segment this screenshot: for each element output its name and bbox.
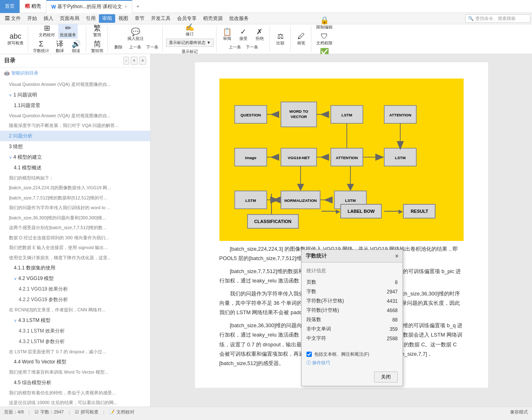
result-box: RESULT <box>403 204 436 219</box>
read-aloud-btn[interactable]: 🔊 朗读 <box>69 39 83 55</box>
reject-label: 拒绝 <box>256 36 264 42</box>
accept-btn[interactable]: ✓ 接受 <box>236 27 251 42</box>
toc-item-29[interactable]: 4.5 综合模型分析 <box>0 377 150 388</box>
tab-home[interactable]: 首页 <box>0 0 20 13</box>
operation-tip[interactable]: 操作技巧 <box>307 360 398 366</box>
review-btn[interactable]: 📋 审阅 <box>220 27 234 42</box>
dialog-close-button[interactable]: 关闭 <box>374 372 398 383</box>
toc-item-0[interactable]: Visual Question Answer (VQA) 是对视觉图像的自... <box>0 79 150 90</box>
dialog-header[interactable]: 字数统计 × <box>302 250 403 262</box>
toc-item-21[interactable]: 4.2.2 VGG19 参数分析 <box>0 294 150 305</box>
toc-item-5[interactable]: 2 问题分析 <box>0 131 150 141</box>
compare-btn[interactable]: ⚖ 比较 <box>273 32 288 47</box>
toc-item-20[interactable]: 4.2.1 VGG19 效果分析 <box>0 284 150 294</box>
toc-item-12[interactable]: 我们的问题作为字符串传入我们训练好的 word to ... <box>0 203 150 213</box>
show-status-dropdown[interactable]: 显示标记的最终状态 ▼ <box>166 39 214 47</box>
next-change-btn[interactable]: 下一条 <box>244 43 260 51</box>
word-count-btn[interactable]: Σ 字数统计 <box>31 39 51 55</box>
toc-item-13[interactable]: [batch_size,36,300]维的问题向量和[300,300]维... <box>0 213 150 223</box>
restrict-edit-btn[interactable]: 🔒 限制编辑 <box>315 16 334 31</box>
comment-nav-row: 删除 上一条 下一条 <box>111 43 160 51</box>
toc-item-31[interactable]: 这是仅仅训练 10000 次后的结果，可以看出我们的网... <box>0 398 150 407</box>
simplified-btn[interactable]: 繁 繁简 <box>90 24 105 39</box>
tab-close-btn[interactable]: × <box>125 4 127 9</box>
smart-toc-btn[interactable]: 🤖 智能识别目录 <box>0 68 150 78</box>
doc-compare-btn[interactable]: ⊞ 文档校对 <box>37 24 57 39</box>
spell-check-btn[interactable]: abc 拼写检查 <box>6 32 25 47</box>
doc-area[interactable]: QUESTION WORD TO VECTOR LSTM <box>151 54 532 407</box>
spell-check-label: 拼写检查 <box>7 40 24 46</box>
spell-check-status[interactable]: ☑ 拼写检查 <box>75 409 99 415</box>
modify-btn[interactable]: ✍ 修订 <box>182 23 197 38</box>
toc-item-14[interactable]: 这两个感受器分别在[batch_size,7,7,512]维的数... <box>0 223 150 233</box>
insert-comment-btn[interactable]: 💬 插入批注 <box>126 27 145 42</box>
toc-item-1[interactable]: ∨1 问题说明 <box>0 90 150 100</box>
toc-item-26[interactable]: 在 LSTM 层里面使用了 0.7 的 dropout，减小过... <box>0 347 150 357</box>
toc-item-17[interactable]: 使用交叉熵计算损失，梯度下降作为优化器，这里... <box>0 253 150 263</box>
toc-item-9[interactable]: 我们的模型结构如下： <box>0 173 150 183</box>
toc-item-30[interactable]: 我们的模型有着仿生的特性，类似于人类视界的感受... <box>0 388 150 398</box>
toc-item-15[interactable]: 数据 D 经过全连接层得到的 300 维向量作为我们... <box>0 233 150 243</box>
menu-daoke[interactable]: 稻壳资源 <box>200 14 226 23</box>
dialog-close-btn[interactable]: × <box>395 253 398 259</box>
tip-label: 操作技巧 <box>312 360 330 365</box>
svg-text:Image: Image <box>245 155 256 160</box>
menu-insert[interactable]: 插入 <box>40 14 57 23</box>
prev-change-btn[interactable]: 上一条 <box>227 43 243 51</box>
toc-item-11[interactable]: [batch_size,7,7,512]维的数据和[512,512]维的可... <box>0 193 150 203</box>
menu-view[interactable]: 视图 <box>115 14 131 23</box>
edit-mode-status: 兼容模式 <box>510 409 528 415</box>
toc-item-25[interactable]: 4.3.2 LSTM 参数分析 <box>0 336 150 347</box>
toc-item-28[interactable]: 我们使用了维基百科来训练 Word To Vector 模型... <box>0 367 150 377</box>
include-textbox-input[interactable] <box>307 352 312 357</box>
next-comment-btn[interactable]: 下一条 <box>144 43 160 51</box>
toc-item-2[interactable]: 1.1问题背景 <box>0 100 150 111</box>
toc-item-4[interactable]: 随着深度学习的不断发展，我们对于 VQA 问题的解答... <box>0 120 150 131</box>
tool-group-draw: 🖊 画笔 <box>291 26 311 52</box>
doc-compare-status[interactable]: 📝 文档校对 <box>109 409 134 415</box>
menu-layout[interactable]: 页面布局 <box>57 14 83 23</box>
menu-correction[interactable]: 批改服务 <box>226 14 252 23</box>
menu-review[interactable]: 审阅 <box>99 14 115 23</box>
toc-item-24[interactable]: 4.3.1 LSTM 效果分析 <box>0 326 150 336</box>
menu-start[interactable]: 开始 <box>24 14 40 23</box>
home-tab-label: 首页 <box>5 3 15 10</box>
prev-comment-btn[interactable]: 上一条 <box>127 43 143 51</box>
menu-file[interactable]: ☰ 文件 <box>2 14 24 23</box>
chinese-label: 中文字符 <box>307 335 326 342</box>
toc-item-10[interactable]: [batch_size,224,224,3]的图像数据传入 VGG19 网... <box>0 183 150 193</box>
toc-item-6[interactable]: 3 猜想 <box>0 141 150 152</box>
menu-dev[interactable]: 开发工具 <box>148 14 174 23</box>
word-count-status[interactable]: ☑ 字数：2947 <box>35 409 63 415</box>
toc-item-19[interactable]: ∨4.2 VGG19 模型 <box>0 273 150 284</box>
delete-comment-btn[interactable]: 删除 <box>111 43 126 51</box>
tab-doc[interactable]: W 基于Python...的应用 课程论文 × <box>46 0 132 13</box>
label-bow-box: LABEL BOW <box>340 204 382 219</box>
sidebar-collapse-btn[interactable]: - <box>123 57 129 65</box>
wordcount-icon: Σ <box>39 40 43 48</box>
toc-item-22[interactable]: 在 RCNN[3]的文章里，作者提到，CNN 网络对... <box>0 305 150 315</box>
tab-wps[interactable]: 稻 稻壳 <box>20 0 46 13</box>
traditional-btn[interactable]: 简 繁转简 <box>90 39 105 55</box>
toc-item-27[interactable]: 4.4 Word To Vector 模型 <box>0 357 150 367</box>
reject-btn[interactable]: ✗ 拒绝 <box>252 27 267 42</box>
translate-btn[interactable]: 译 翻译 <box>53 39 67 55</box>
sidebar-close-btn[interactable]: × <box>139 57 146 65</box>
toc-item-16[interactable]: 我们把数据 E 输入全连接层，使用 sigmoid 输出... <box>0 243 150 253</box>
doc-rights-btn[interactable]: 🛡 文档权限 <box>315 32 334 47</box>
toc-item-7[interactable]: ∨4 模型的建立 <box>0 152 150 162</box>
menu-vip[interactable]: 会员专享 <box>174 14 200 23</box>
menu-chapter[interactable]: 章节 <box>131 14 148 23</box>
svg-text:ATTENTION: ATTENTION <box>335 155 357 160</box>
toc-item-3[interactable]: Visual Question Answer (VQA) 是对视觉图像的自... <box>0 111 150 121</box>
toc-item-8[interactable]: 4.1 模型概述 <box>0 162 150 173</box>
include-textbox-checkbox[interactable]: 包括文本框、脚注和尾注(F) <box>307 351 398 357</box>
sidebar-expand-btn[interactable]: + <box>131 57 138 65</box>
menu-ref[interactable]: 引用 <box>83 14 99 23</box>
ribbon-search[interactable]: 🔍 查找命令、搜索模板 <box>465 14 530 23</box>
toc-item-23[interactable]: ∨4.3 LSTM 模型 <box>0 315 150 326</box>
toc-item-18[interactable]: 4.1.1 数据集的使用 <box>0 262 150 273</box>
revision-btn[interactable]: ✏ 批改服务 <box>58 24 78 39</box>
draw-btn[interactable]: 🖊 画笔 <box>294 32 309 47</box>
new-tab-btn[interactable]: + <box>132 1 144 12</box>
